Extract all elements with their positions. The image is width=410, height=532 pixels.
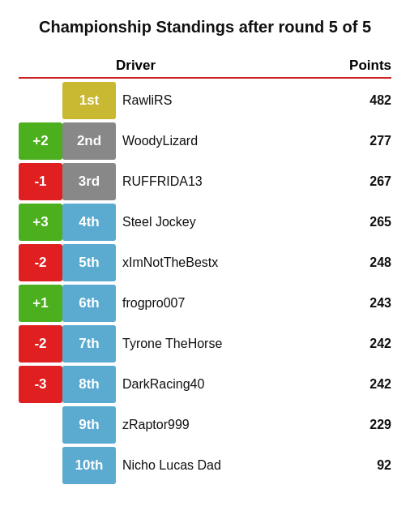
driver-name: WoodyLizard	[116, 134, 327, 148]
table-row: +34thSteel Jockey265	[19, 202, 391, 242]
table-row: -25thxImNotTheBestx248	[19, 242, 391, 283]
driver-name: Nicho Lucas Dad	[116, 458, 327, 473]
driver-name: xImNotTheBestx	[116, 255, 327, 270]
change-cell: -1	[19, 163, 62, 200]
position-cell: 3rd	[62, 163, 116, 200]
points-value: 242	[327, 337, 391, 351]
position-cell: 6th	[62, 285, 116, 322]
points-value: 229	[327, 418, 391, 432]
change-cell	[19, 406, 62, 444]
driver-name: RawliRS	[116, 93, 327, 108]
table-body: 1stRawliRS482+22ndWoodyLizard277-13rdRUF…	[19, 80, 391, 486]
points-value: 248	[327, 255, 391, 270]
driver-name: frogpro007	[116, 296, 327, 311]
position-cell: 5th	[62, 244, 116, 281]
driver-name: Steel Jockey	[116, 215, 327, 230]
page-title: Championship Standings after round 5 of …	[39, 16, 371, 38]
points-value: 267	[327, 174, 391, 189]
driver-name: RUFFRIDA13	[116, 174, 327, 189]
table-row: 10thNicho Lucas Dad92	[19, 445, 391, 486]
table-row: 9thzRaptor999229	[19, 405, 391, 445]
position-cell: 7th	[62, 325, 116, 363]
change-cell: +3	[19, 204, 62, 241]
table-header: Driver Points	[19, 58, 391, 79]
table-row: -38thDarkRacing40242	[19, 364, 391, 405]
header-points: Points	[327, 58, 391, 74]
change-cell	[19, 447, 62, 484]
points-value: 277	[327, 134, 391, 148]
change-cell: +1	[19, 285, 62, 322]
table-row: -13rdRUFFRIDA13267	[19, 161, 391, 202]
driver-name: Tyrone TheHorse	[116, 337, 327, 351]
table-row: 1stRawliRS482	[19, 80, 391, 121]
position-cell: 9th	[62, 406, 116, 444]
header-driver: Driver	[116, 58, 327, 74]
table-row: +22ndWoodyLizard277	[19, 121, 391, 161]
points-value: 265	[327, 215, 391, 230]
driver-name: zRaptor999	[116, 418, 327, 432]
table-row: +16thfrogpro007243	[19, 283, 391, 324]
position-cell: 8th	[62, 366, 116, 403]
position-cell: 1st	[62, 82, 116, 119]
change-cell: -2	[19, 325, 62, 363]
points-value: 242	[327, 377, 391, 392]
position-cell: 2nd	[62, 122, 116, 160]
driver-name: DarkRacing40	[116, 377, 327, 392]
change-cell: +2	[19, 122, 62, 160]
points-value: 482	[327, 93, 391, 108]
change-cell: -3	[19, 366, 62, 403]
position-cell: 4th	[62, 204, 116, 241]
standings-table: Driver Points 1stRawliRS482+22ndWoodyLiz…	[19, 58, 391, 486]
change-cell	[19, 82, 62, 119]
points-value: 243	[327, 296, 391, 311]
table-row: -27thTyrone TheHorse242	[19, 324, 391, 364]
points-value: 92	[327, 458, 391, 473]
position-cell: 10th	[62, 447, 116, 484]
change-cell: -2	[19, 244, 62, 281]
